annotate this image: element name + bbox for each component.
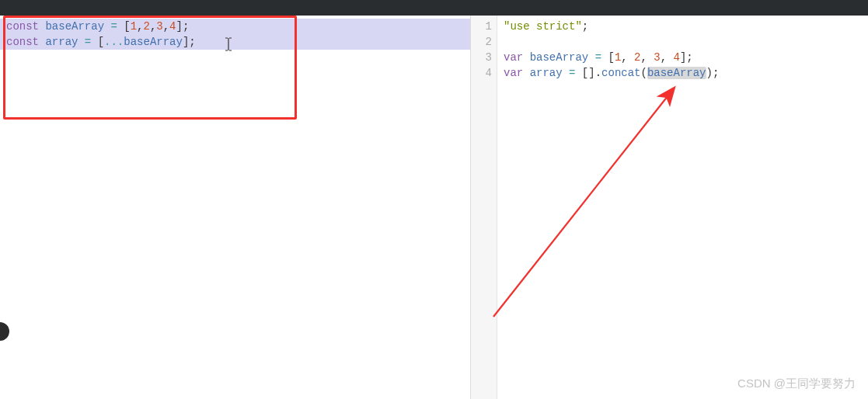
paren-open: ( bbox=[641, 67, 647, 79]
identifier-baseArray-highlight: baseArray bbox=[647, 67, 706, 79]
left-editor-pane[interactable]: const baseArray = [1,2,3,4]; const array… bbox=[0, 16, 470, 399]
num-3: 3 bbox=[156, 20, 162, 33]
comma: , bbox=[163, 20, 169, 33]
semicolon: ; bbox=[713, 67, 719, 79]
right-code-line-3[interactable]: var baseArray = [1, 2, 3, 4]; bbox=[497, 50, 719, 65]
window-topbar bbox=[0, 0, 868, 16]
semicolon: ; bbox=[686, 51, 692, 64]
bracket-open: [ bbox=[608, 51, 614, 64]
num-1: 1 bbox=[131, 20, 137, 33]
op-equals: = bbox=[104, 20, 124, 33]
spread-operator: ... bbox=[104, 36, 124, 48]
keyword-const: const bbox=[6, 36, 39, 48]
watermark-text: CSDN @王同学要努力 bbox=[737, 376, 856, 391]
string-use-strict: use strict bbox=[510, 20, 575, 33]
identifier-baseArray-ref: baseArray bbox=[124, 36, 183, 48]
fn-concat: concat bbox=[601, 67, 640, 79]
line-number-gutter: 1 2 3 4 bbox=[471, 16, 497, 399]
comma: , bbox=[641, 51, 654, 64]
right-code-line-4[interactable]: var array = [].concat(baseArray); bbox=[497, 65, 719, 81]
op-equals: = bbox=[78, 36, 97, 48]
bracket-open: [ bbox=[124, 20, 130, 33]
op-equals: = bbox=[563, 67, 582, 79]
left-code[interactable]: const baseArray = [1,2,3,4]; const array… bbox=[0, 16, 470, 50]
keyword-const: const bbox=[6, 20, 39, 33]
left-edge-handle[interactable] bbox=[0, 322, 9, 341]
left-code-line-1[interactable]: const baseArray = [1,2,3,4]; bbox=[0, 19, 470, 34]
string-quote: " bbox=[575, 20, 581, 33]
keyword-var: var bbox=[504, 67, 523, 79]
line-number: 3 bbox=[471, 50, 497, 65]
paren-close: ) bbox=[706, 67, 713, 79]
num-3: 3 bbox=[654, 51, 660, 64]
op-equals: = bbox=[588, 51, 608, 64]
num-2: 2 bbox=[143, 20, 149, 33]
bracket-empty: [] bbox=[582, 67, 595, 79]
line-number: 1 bbox=[471, 19, 497, 34]
semicolon: ; bbox=[189, 36, 195, 48]
right-editor-pane[interactable]: 1 2 3 4 "use strict"; var baseArray = [1… bbox=[471, 16, 868, 399]
identifier-baseArray: baseArray bbox=[530, 51, 589, 64]
right-code-line-1[interactable]: "use strict"; bbox=[497, 19, 719, 34]
semicolon: ; bbox=[582, 20, 588, 33]
left-code-line-2[interactable]: const array = [...baseArray]; bbox=[0, 34, 470, 50]
keyword-var: var bbox=[504, 51, 523, 64]
line-number: 4 bbox=[471, 65, 497, 81]
comma: , bbox=[621, 51, 634, 64]
dot: . bbox=[595, 67, 601, 79]
semicolon: ; bbox=[183, 20, 189, 33]
right-code-line-2[interactable] bbox=[497, 34, 719, 50]
line-number: 2 bbox=[471, 34, 497, 50]
identifier-baseArray: baseArray bbox=[45, 20, 104, 33]
identifier-array: array bbox=[530, 67, 563, 79]
comma: , bbox=[661, 51, 674, 64]
bracket-open: [ bbox=[98, 36, 104, 48]
num-4: 4 bbox=[169, 20, 176, 33]
identifier-array: array bbox=[45, 36, 78, 48]
num-4: 4 bbox=[674, 51, 680, 64]
bracket-close: ] bbox=[176, 20, 183, 33]
right-code[interactable]: "use strict"; var baseArray = [1, 2, 3, … bbox=[497, 16, 719, 399]
num-2: 2 bbox=[634, 51, 640, 64]
split-panes: const baseArray = [1,2,3,4]; const array… bbox=[0, 16, 868, 399]
